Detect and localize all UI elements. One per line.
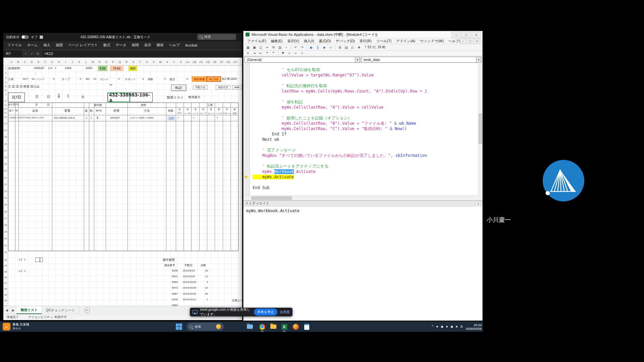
row12-mark-bender[interactable]: ○ [216, 116, 218, 119]
row-header-3[interactable]: 3 [3, 76, 8, 79]
row-header-2[interactable]: 2 [3, 71, 8, 74]
column-header-N[interactable]: N [96, 60, 103, 65]
row-header-9[interactable]: 9 [3, 104, 8, 107]
column-header-B[interactable]: B [15, 60, 21, 65]
transfer-macro-button[interactable]: 転記 [171, 84, 186, 91]
uncomment-block-icon[interactable]: ❞ [271, 51, 276, 56]
column-header-G[interactable]: G [49, 60, 55, 65]
code-line[interactable]: myWs.Activate [253, 174, 294, 180]
cell-r3-13[interactable]: 溶接 [148, 77, 153, 81]
chrome-button[interactable] [258, 322, 266, 331]
code-line[interactable]: End Sub [253, 185, 270, 190]
object-browser-icon[interactable]: ◰ [350, 45, 356, 50]
cell-r3-6[interactable]: 0 [80, 77, 81, 80]
insert-function-icon[interactable]: fx [35, 52, 41, 56]
row-header-38[interactable]: 38 [3, 287, 8, 290]
cut-icon[interactable]: ✂ [264, 45, 270, 50]
worksheet-grid[interactable]: 0.02 74.62 820 - 目安単価 ¥1,721 加工費 1520 ① … [8, 66, 242, 306]
cell-r3-14[interactable]: 0 [164, 77, 166, 80]
cell-r3-0[interactable]: 工程 [8, 77, 13, 81]
column-header-X[interactable]: X [164, 60, 171, 65]
stars-cell[interactable]: ** [110, 84, 112, 87]
column-header-AH[interactable]: AH [232, 60, 238, 65]
toolbox-icon[interactable]: ✚ [356, 45, 362, 50]
menu-アドイン(A)[interactable]: アドイン(A) [394, 38, 418, 44]
reset-icon[interactable]: ■ [321, 45, 327, 50]
scrollbar-thumb[interactable] [252, 196, 292, 200]
immediate-window-titlebar[interactable]: イミディエイト [244, 201, 482, 206]
menu-ウィンドウ(W)[interactable]: ウィンドウ(W) [418, 38, 446, 44]
row-header-27[interactable]: 27 [3, 217, 8, 220]
row-header-10[interactable]: 10 [3, 107, 8, 110]
row-header-33[interactable]: 33 [3, 258, 8, 261]
row33-checkbox[interactable] [35, 257, 40, 262]
column-header-V[interactable]: V [150, 60, 157, 65]
code-line[interactable]: ' 値を転記 [253, 99, 303, 105]
row-header-25[interactable]: 25 [3, 203, 8, 206]
row12-drawing[interactable]: 432-338983-106-A [54, 116, 75, 119]
completion-date-cell[interactable]: 完7日 [8, 93, 25, 102]
column-header-E[interactable]: E [35, 60, 42, 65]
cell-r3-16[interactable]: 0 [186, 77, 188, 80]
cell-r1-2[interactable]: 1.0 [48, 66, 52, 70]
prev-bookmark-icon[interactable]: « [293, 51, 299, 56]
taskbar-weather-widget[interactable]: ☼ 暴風 注意報 発令中 [3, 322, 29, 331]
row12-rev[interactable]: 1 [86, 116, 87, 119]
column-header-Q[interactable]: Q [116, 60, 123, 65]
ribbon-tab-ヘルプ[interactable]: ヘルプ [166, 42, 182, 49]
ribbon-tab-データ[interactable]: データ [113, 42, 129, 49]
immediate-window[interactable]: イミディエイト × myWs.Workbook.Activate [244, 200, 482, 320]
indent-icon[interactable]: ⇥ [252, 51, 257, 56]
code-line[interactable]: Next wb [253, 137, 279, 142]
ribbon-tab-表示[interactable]: 表示 [142, 42, 154, 49]
column-header-A[interactable]: A [8, 60, 15, 65]
cell-r3-4[interactable]: 5 [53, 77, 54, 80]
menu-実行(R)[interactable]: 実行(R) [357, 38, 374, 44]
row33-val1[interactable]: 1.0 [18, 258, 22, 261]
cell-r1-5[interactable]: 2000 [86, 66, 92, 70]
column-header-L[interactable]: L [83, 60, 89, 65]
cell-r3-2[interactable]: 16 [32, 77, 35, 80]
row-header-37[interactable]: 37 [3, 282, 8, 285]
code-line[interactable]: ' 完了メッセージ [253, 147, 296, 153]
immediate-close-icon[interactable]: × [476, 201, 481, 206]
sheet-tab-seizo-list[interactable]: 製造リスト [16, 306, 42, 314]
ribbon-tab-挿入[interactable]: 挿入 [41, 42, 53, 49]
row35-val1[interactable]: 1.0 [18, 269, 22, 273]
vba-titlebar[interactable]: Microsoft Visual Basic for Applications … [244, 31, 482, 38]
insert-userform-icon[interactable]: ▣ [252, 45, 257, 50]
add-sheet-button[interactable]: + [84, 307, 90, 313]
row-header-1[interactable]: 1 [3, 66, 8, 69]
column-header-F[interactable]: F [42, 60, 49, 65]
undo-icon[interactable]: ↶ [293, 45, 299, 50]
row12-material[interactable]: A5052P [110, 116, 120, 119]
column-header-AA[interactable]: AA [184, 60, 191, 65]
file-explorer-button[interactable] [246, 322, 254, 331]
taskbar-search-box[interactable]: 検索 [187, 323, 224, 330]
ribbon-tab-Acrobat[interactable]: Acrobat [182, 42, 200, 49]
row-header-13[interactable]: 13 [3, 122, 8, 125]
order-method-cell[interactable]: 手配方法 [193, 85, 208, 89]
row-header-6[interactable]: 6 [3, 89, 8, 92]
code-line[interactable]: ' 転記先の最終行を取得 [253, 83, 327, 88]
list-properties-icon[interactable]: ≡ [245, 51, 251, 56]
immediate-window-content[interactable]: myWs.Workbook.Activate [246, 208, 300, 213]
properties-window-icon[interactable]: ▤ [343, 45, 349, 50]
row33-val2[interactable]: 1 [24, 258, 25, 261]
cell-r1-4[interactable]: 1000 [65, 66, 71, 70]
code-line[interactable]: lastRow = myWs.Cells(myWs.Rows.Count, "A… [253, 88, 427, 94]
menu-ツール(T)[interactable]: ツール(T) [374, 38, 394, 44]
row-header-24[interactable]: 24 [3, 196, 8, 199]
stop-sharing-button[interactable]: 共有を停止 [254, 308, 277, 316]
row-header-8[interactable]: 8 [3, 100, 8, 103]
menu-書式(O)[interactable]: 書式(O) [316, 38, 333, 44]
row-header-11[interactable]: 11 [3, 111, 8, 114]
row-header-23[interactable]: 23 [3, 190, 8, 193]
row12-mark-nct[interactable]: ○ [177, 116, 179, 119]
menu-編集(E)[interactable]: 編集(E) [268, 38, 285, 44]
copy-icon[interactable]: ⧉ [271, 45, 276, 50]
hidden-icons-caret[interactable]: ^ [432, 325, 433, 328]
cell-r3-1[interactable]: NCT [23, 77, 28, 80]
code-line[interactable]: cellValue = targetWs.Range("O7").Value [253, 72, 374, 78]
column-header-T[interactable]: T [137, 60, 144, 65]
